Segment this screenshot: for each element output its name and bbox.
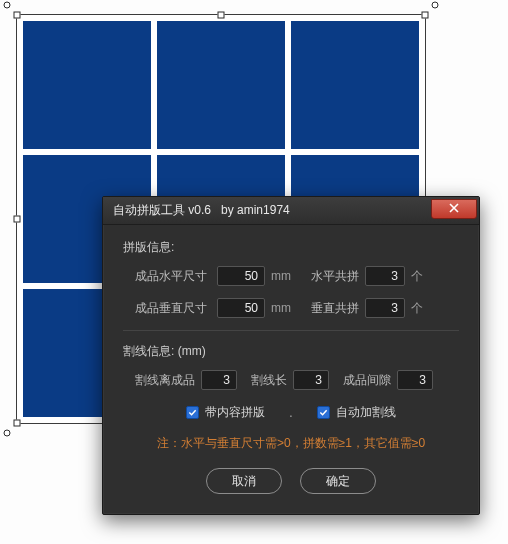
- input-gap[interactable]: [397, 370, 433, 390]
- checkbox-label: 带内容拼版: [205, 404, 265, 421]
- input-vsize[interactable]: [217, 298, 265, 318]
- checkbox-auto-cut[interactable]: 自动加割线: [317, 404, 396, 421]
- section-title-cut: 割线信息: (mm): [123, 343, 459, 360]
- unit-mm: mm: [271, 301, 293, 315]
- close-button[interactable]: [431, 199, 477, 219]
- input-hcount[interactable]: [365, 266, 405, 286]
- resize-handle[interactable]: [14, 420, 21, 427]
- ok-label: 确定: [326, 473, 350, 490]
- tile[interactable]: [291, 21, 419, 149]
- resize-handle[interactable]: [422, 12, 429, 19]
- label-cut-offset: 割线离成品: [135, 372, 195, 389]
- row-horizontal: 成品水平尺寸 mm 水平共拼 个: [123, 266, 459, 286]
- checkbox-with-content[interactable]: 带内容拼版: [186, 404, 265, 421]
- rotate-handle[interactable]: [4, 2, 11, 9]
- input-hsize[interactable]: [217, 266, 265, 286]
- ok-button[interactable]: 确定: [300, 468, 376, 494]
- separator-dot: .: [289, 406, 292, 420]
- tile[interactable]: [157, 21, 285, 149]
- divider: [123, 330, 459, 331]
- label-cut-len: 割线长: [251, 372, 287, 389]
- cancel-label: 取消: [232, 473, 256, 490]
- dialog-titlebar[interactable]: 自动拼版工具 v0.6 by amin1974: [103, 197, 479, 225]
- unit-mm: mm: [271, 269, 293, 283]
- rotate-handle[interactable]: [432, 2, 439, 9]
- input-cut-offset[interactable]: [201, 370, 237, 390]
- unit-piece: 个: [411, 268, 427, 285]
- checkbox-row: 带内容拼版 . 自动加割线: [123, 404, 459, 421]
- label-vcount: 垂直共拼: [299, 300, 359, 317]
- rotate-handle[interactable]: [4, 430, 11, 437]
- label-hcount: 水平共拼: [299, 268, 359, 285]
- row-vertical: 成品垂直尺寸 mm 垂直共拼 个: [123, 298, 459, 318]
- resize-handle[interactable]: [218, 12, 225, 19]
- dialog-buttons: 取消 确定: [123, 468, 459, 498]
- resize-handle[interactable]: [14, 12, 21, 19]
- hint-text: 注：水平与垂直尺寸需>0，拼数需≥1，其它值需≥0: [123, 435, 459, 452]
- row-cut: 割线离成品 割线长 成品间隙: [123, 370, 459, 390]
- input-cut-len[interactable]: [293, 370, 329, 390]
- checkbox-icon: [317, 406, 330, 419]
- label-gap: 成品间隙: [343, 372, 391, 389]
- dialog-title: 自动拼版工具 v0.6 by amin1974: [113, 202, 290, 219]
- input-vcount[interactable]: [365, 298, 405, 318]
- cancel-button[interactable]: 取消: [206, 468, 282, 494]
- label-hsize: 成品水平尺寸: [135, 268, 211, 285]
- imposition-dialog: 自动拼版工具 v0.6 by amin1974 拼版信息: 成品水平尺寸 mm …: [102, 196, 480, 515]
- close-icon: [449, 202, 459, 216]
- label-vsize: 成品垂直尺寸: [135, 300, 211, 317]
- tile[interactable]: [23, 21, 151, 149]
- section-title-imposition: 拼版信息:: [123, 239, 459, 256]
- resize-handle[interactable]: [14, 216, 21, 223]
- checkbox-label: 自动加割线: [336, 404, 396, 421]
- checkbox-icon: [186, 406, 199, 419]
- unit-piece: 个: [411, 300, 427, 317]
